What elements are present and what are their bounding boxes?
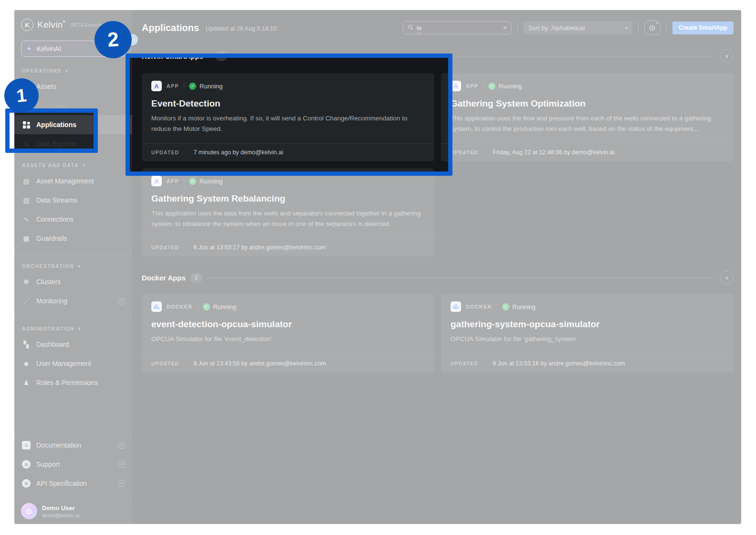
sidebar-item-roles-permissions[interactable]: ♟ Roles & Permissions <box>14 373 132 392</box>
sidebar-item-applications[interactable]: Applications <box>14 115 132 134</box>
sidebar-item-api-specification[interactable]: ⊕ API Specification ↗ <box>14 474 132 493</box>
avatar: D <box>21 503 37 519</box>
sidebar-item-label: Data Explorer <box>36 140 77 148</box>
app-type-label: APP <box>167 83 179 89</box>
sidebar-item-label: Clusters <box>36 278 61 286</box>
app-window: K Kelvin˚ BETA Environment (DE ✦ KelvinA… <box>14 10 741 524</box>
sidebar-item-monitoring[interactable]: ⋰ Monitoring ↗ <box>14 291 132 310</box>
page-header: Applications Updated at 29 Aug 5:18:10 t… <box>132 10 741 35</box>
docker-grid: DOCKER ✓ Running event-detection-opcua-s… <box>142 294 734 373</box>
settings-gear-button[interactable]: ✦ <box>644 21 661 35</box>
app-badge-icon: A <box>451 81 461 91</box>
dashboard-icon: ▚ <box>22 341 31 348</box>
brand-logo: K Kelvin˚ BETA Environment (DE <box>14 10 132 35</box>
main-content: Applications Updated at 29 Aug 5:18:10 t… <box>132 10 741 524</box>
smartapps-section-title: Kelvin SmartApps™ <box>142 52 210 60</box>
running-check-icon: ✓ <box>203 303 210 310</box>
docker-card-event-detection-simulator[interactable]: DOCKER ✓ Running event-detection-opcua-s… <box>142 294 434 373</box>
docker-card-gathering-system-simulator[interactable]: DOCKER ✓ Running gathering-system-opcua-… <box>441 294 734 373</box>
create-smartapp-button[interactable]: Create SmartApp <box>672 21 734 34</box>
spacer <box>14 392 132 429</box>
status-badge: ✓ Running <box>488 83 522 90</box>
sidebar-item-label: Asset Map <box>36 102 68 109</box>
user-name: Demo User <box>42 504 79 512</box>
sidebar-item-clusters[interactable]: ☸ Clusters <box>14 272 132 291</box>
section-label: ADMINISTRATION <box>22 326 74 332</box>
updated-value: 6 Jun at 13:53:17 by andre.gomes@kelvini… <box>193 244 326 251</box>
sort-dropdown[interactable]: Sort by: Alphabetical ▾ <box>524 21 632 34</box>
sidebar-item-label: Roles & Permissions <box>36 379 98 386</box>
section-header-administration[interactable]: ADMINISTRATION ∨ <box>14 322 132 335</box>
external-link-icon: ↗ <box>118 461 125 468</box>
sidebar-item-dashboard[interactable]: ▚ Dashboard <box>14 335 132 354</box>
divider <box>517 21 518 34</box>
page-title: Applications <box>142 22 199 33</box>
user-profile[interactable]: D Demo User demo@kelvin.ai <box>14 498 132 524</box>
kelvinai-button[interactable]: ✦ KelvinAI <box>21 41 126 57</box>
sidebar-item-data-streams[interactable]: ▥ Data Streams <box>14 191 132 210</box>
external-link-icon: ↗ <box>118 442 125 449</box>
sparkle-icon: ✦ <box>26 45 32 53</box>
kelvin-logo-icon: K <box>21 19 33 31</box>
divider <box>483 82 483 90</box>
section-header-operations[interactable]: OPERATIONS ∨ <box>14 64 132 77</box>
guardrails-icon: ▦ <box>22 235 31 242</box>
sidebar-item-guardrails[interactable]: ▦ Guardrails <box>14 229 132 248</box>
sidebar-item-label: Applications <box>36 121 76 128</box>
updated-value: 6 Jun at 13:53:16 by andre.gomes@kelvini… <box>493 360 625 367</box>
card-title: Gathering System Optimization <box>451 98 724 109</box>
section-collapse-button[interactable]: ∨ <box>720 271 734 284</box>
sidebar-item-user-management[interactable]: ☻ User Management <box>14 354 132 373</box>
card-description: Monitors if a motor is overheating. If s… <box>151 113 425 135</box>
status-badge: ✓ Running <box>189 83 222 90</box>
divider <box>497 303 497 310</box>
sidebar-item-support[interactable]: ⊗ Support ↗ <box>14 455 132 474</box>
brand-name: Kelvin˚ <box>37 20 66 30</box>
updated-value: Friday, Aug 22 at 12:48:06 by demo@kelvi… <box>493 149 614 156</box>
smartapps-grid: A APP ✓ Running Event-Detection Monitors… <box>142 73 734 257</box>
divider <box>14 316 132 317</box>
running-check-icon: ✓ <box>502 303 509 310</box>
card-description: OPCUA Simulator for file 'event_detectio… <box>151 334 425 344</box>
clear-search-icon[interactable]: × <box>503 24 507 32</box>
sidebar-item-data-explorer[interactable]: ⇅ Data Explorer <box>14 134 132 153</box>
smartapp-card-gathering-optimization[interactable]: A APP ✓ Running Gathering System Optimiz… <box>441 73 734 161</box>
chevron-down-icon: ∨ <box>77 264 82 268</box>
updated-label: UPDATED <box>151 150 179 155</box>
card-title: Gathering System Rebalancing <box>151 193 425 204</box>
docker-type-label: DOCKER <box>466 304 492 310</box>
sidebar-item-assets[interactable]: ◈ Assets <box>14 77 132 96</box>
asset-map-icon: ◎ <box>22 102 31 109</box>
sidebar-item-label: Guardrails <box>36 235 67 242</box>
docker-count-badge: 2 <box>190 273 202 283</box>
status-label: Running <box>200 83 222 90</box>
sidebar-item-asset-map[interactable]: ◎ Asset Map <box>14 96 132 115</box>
sidebar-item-label: Data Streams <box>36 196 77 204</box>
sidebar-item-label: User Management <box>36 360 91 367</box>
status-label: Running <box>513 303 536 310</box>
status-badge: ✓ Running <box>203 303 236 310</box>
sidebar-item-label: Assets <box>36 83 56 90</box>
sidebar-item-documentation[interactable]: ≡ Documentation ↗ <box>14 436 132 455</box>
smartapp-card-event-detection[interactable]: A APP ✓ Running Event-Detection Monitors… <box>142 73 434 161</box>
section-collapse-button[interactable]: ∨ <box>720 49 734 63</box>
sidebar-item-connections[interactable]: ∿ Connections <box>14 210 132 229</box>
divider <box>14 254 132 254</box>
divider <box>232 56 715 56</box>
smartapp-card-gathering-rebalancing[interactable]: A APP ✓ Running Gathering System Rebalan… <box>142 168 434 257</box>
sidebar-collapse-button[interactable]: ‹ <box>126 34 138 45</box>
running-check-icon: ✓ <box>189 178 196 185</box>
section-header-orchestration[interactable]: ORCHESTRATION ∨ <box>14 260 132 272</box>
search-value: te <box>417 24 422 32</box>
sort-label: Sort by: Alphabetical <box>528 24 585 32</box>
status-label: Running <box>200 178 222 185</box>
docker-section-header: Docker Apps 2 ∨ <box>142 271 734 284</box>
divider <box>666 21 667 34</box>
sidebar-item-label: Asset Management <box>36 177 94 185</box>
data-explorer-icon: ⇅ <box>22 140 31 148</box>
section-header-assets-and-data[interactable]: ASSETS AND DATA ∨ <box>14 159 132 171</box>
chevron-down-icon: ▾ <box>625 25 628 31</box>
search-input[interactable]: te × <box>403 21 512 34</box>
clusters-icon: ☸ <box>22 278 31 286</box>
sidebar-item-asset-management[interactable]: ▤ Asset Management <box>14 171 132 191</box>
